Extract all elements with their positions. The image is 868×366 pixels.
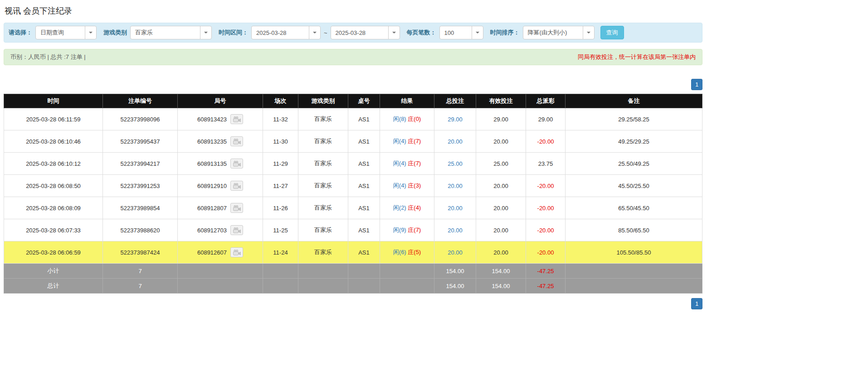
replay-video-icon[interactable]	[230, 159, 243, 169]
cell-time: 2025-03-28 06:11:59	[4, 108, 103, 130]
table-row: 2025-03-28 06:06:59 522373987424 6089126…	[4, 241, 702, 264]
cell-game-type: 百家乐	[298, 130, 348, 153]
cell-bet-id: 522373994217	[103, 153, 178, 175]
cell-payout: 29.00	[526, 108, 566, 130]
col-header-total-bet: 总投注	[434, 94, 476, 108]
round-id-text: 608913235	[197, 138, 227, 145]
result-banker: 庄(7)	[408, 160, 421, 167]
query-type-value: 日期查询	[40, 29, 64, 37]
replay-video-icon[interactable]	[230, 114, 243, 124]
page-container: 视讯 会员下注纪录 请选择： 日期查询 游戏类别 百家乐 时间区间： 2025-…	[0, 0, 702, 309]
table-row: 2025-03-28 06:07:33 522373988620 6089127…	[4, 219, 702, 241]
cell-bet-id: 522373991253	[103, 175, 178, 197]
grand-total-row: 总计 7 154.00 154.00 -47.25	[4, 279, 702, 294]
replay-video-icon[interactable]	[230, 247, 243, 257]
total-bet-link[interactable]: 20.00	[448, 249, 463, 256]
cell-time: 2025-03-28 06:10:46	[4, 130, 103, 153]
cell-valid-bet: 20.00	[476, 219, 526, 241]
query-type-select[interactable]: 日期查询	[35, 26, 97, 39]
total-bet-link[interactable]: 25.00	[448, 160, 463, 167]
pagination-bottom: 1	[4, 298, 702, 309]
cell-note: 29.25/58.25	[566, 108, 702, 130]
query-button[interactable]: 查询	[600, 26, 624, 39]
result-banker: 庄(4)	[408, 204, 421, 211]
cell-payout: -20.00	[526, 197, 566, 219]
cell-round-id: 608912807	[178, 197, 263, 219]
cell-time: 2025-03-28 06:06:59	[4, 241, 103, 264]
cell-payout: 23.75	[526, 153, 566, 175]
cell-round-id: 608912910	[178, 175, 263, 197]
cell-session: 11-24	[263, 241, 298, 264]
cell-result: 闲(9) 庄(7)	[380, 219, 434, 241]
total-bet-link[interactable]: 29.00	[448, 116, 463, 123]
round-id-text: 608912703	[197, 227, 227, 234]
cell-payout: -20.00	[526, 175, 566, 197]
game-type-label: 游戏类别	[103, 29, 127, 37]
grand-total-label: 总计	[4, 279, 103, 294]
cell-session: 11-29	[263, 153, 298, 175]
result-player: 闲(4)	[393, 160, 406, 167]
total-bet-link[interactable]: 20.00	[448, 138, 463, 145]
cell-session: 11-25	[263, 219, 298, 241]
summary-bar: 币别：人民币 | 总共 :7 注单 | 同局有效投注，统一计算在该局第一张注单内	[4, 49, 702, 65]
cell-total-bet: 20.00	[434, 175, 476, 197]
cell-session: 11-32	[263, 108, 298, 130]
replay-video-icon[interactable]	[230, 225, 243, 235]
cell-total-bet: 20.00	[434, 130, 476, 153]
date-from-input[interactable]: 2025-03-28	[251, 26, 321, 39]
cell-bet-id: 522373995437	[103, 130, 178, 153]
grand-total-valid-bet: 154.00	[476, 279, 526, 294]
replay-video-icon[interactable]	[230, 203, 243, 213]
sort-label: 时间排序：	[490, 29, 520, 37]
cell-round-id: 608913235	[178, 130, 263, 153]
cell-valid-bet: 20.00	[476, 241, 526, 264]
cell-table-no: AS1	[348, 108, 380, 130]
cell-table-no: AS1	[348, 153, 380, 175]
cell-result: 闲(2) 庄(4)	[380, 197, 434, 219]
grand-total-note	[566, 279, 702, 294]
result-player: 闲(8)	[393, 116, 406, 122]
pagination-top: 1	[4, 79, 702, 90]
per-page-select[interactable]: 100	[439, 26, 483, 39]
cell-note: 105.50/85.50	[566, 241, 702, 264]
cell-total-bet: 20.00	[434, 197, 476, 219]
col-header-round-id: 局号	[178, 94, 263, 108]
date-to-input[interactable]: 2025-03-28	[331, 26, 400, 39]
cell-total-bet: 20.00	[434, 241, 476, 264]
cell-result: 闲(8) 庄(0)	[380, 108, 434, 130]
currency-total-info: 币别：人民币 | 总共 :7 注单 |	[10, 53, 86, 61]
cell-session: 11-30	[263, 130, 298, 153]
col-header-bet-id: 注单编号	[103, 94, 178, 108]
page-1-button[interactable]: 1	[691, 79, 702, 90]
cell-result: 闲(4) 庄(3)	[380, 175, 434, 197]
cell-table-no: AS1	[348, 219, 380, 241]
replay-video-icon[interactable]	[230, 181, 243, 191]
cell-game-type: 百家乐	[298, 197, 348, 219]
game-type-select[interactable]: 百家乐	[130, 26, 212, 39]
round-id-text: 608912910	[197, 183, 227, 189]
cell-note: 65.50/45.50	[566, 197, 702, 219]
page-title: 视讯 会员下注纪录	[5, 5, 702, 16]
total-bet-link[interactable]: 20.00	[448, 205, 463, 212]
cell-round-id: 608913135	[178, 153, 263, 175]
time-range-label: 时间区间：	[219, 29, 248, 37]
cell-valid-bet: 20.00	[476, 175, 526, 197]
cell-note: 85.50/65.50	[566, 219, 702, 241]
cell-result: 闲(4) 庄(7)	[380, 153, 434, 175]
table-row: 2025-03-28 06:10:12 522373994217 6089131…	[4, 153, 702, 175]
replay-video-icon[interactable]	[230, 136, 243, 146]
cell-valid-bet: 20.00	[476, 130, 526, 153]
total-bet-link[interactable]: 20.00	[448, 227, 463, 234]
cell-table-no: AS1	[348, 241, 380, 264]
page-1-button[interactable]: 1	[691, 298, 702, 309]
table-body: 2025-03-28 06:11:59 522373998096 6089134…	[4, 108, 702, 264]
subtotal-count: 7	[103, 264, 178, 279]
per-page-label: 每页笔数：	[407, 29, 436, 37]
sort-select[interactable]: 降冪(由大到小)	[523, 26, 595, 39]
total-bet-link[interactable]: 20.00	[448, 183, 463, 189]
cell-table-no: AS1	[348, 130, 380, 153]
cell-note: 45.50/25.50	[566, 175, 702, 197]
table-footer: 小计 7 154.00 154.00 -47.25 总计 7	[4, 264, 702, 294]
round-id-text: 608912807	[197, 205, 227, 212]
cell-game-type: 百家乐	[298, 241, 348, 264]
